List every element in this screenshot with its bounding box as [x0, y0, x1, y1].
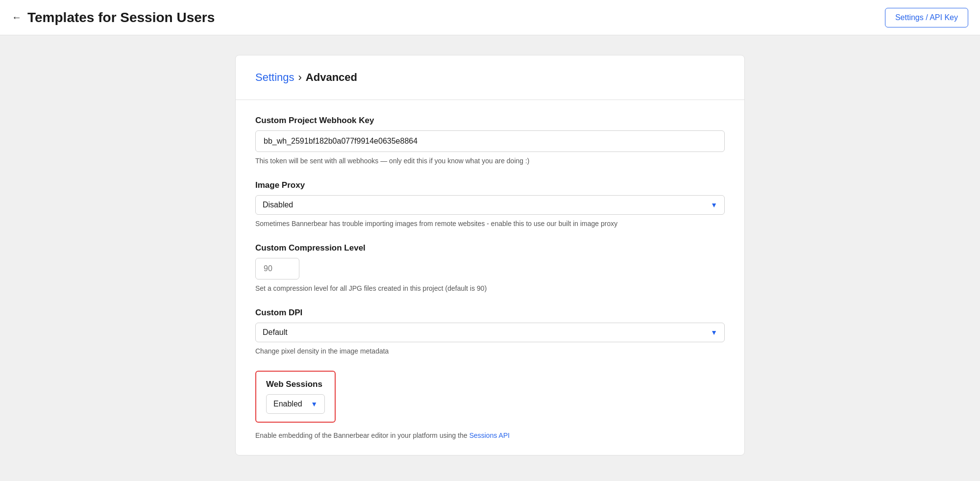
settings-card: Settings › Advanced Custom Project Webho…: [235, 55, 745, 456]
compression-level-section: Custom Compression Level Set a compressi…: [255, 243, 725, 292]
chevron-down-icon: ▼: [710, 329, 717, 336]
custom-dpi-label: Custom DPI: [255, 308, 725, 318]
main-content: Settings › Advanced Custom Project Webho…: [0, 35, 980, 475]
card-body: Custom Project Webhook Key This token wi…: [236, 100, 744, 455]
compression-level-hint: Set a compression level for all JPG file…: [255, 284, 725, 292]
web-sessions-section: Web Sessions Enabled ▼ Enable embedding …: [255, 371, 725, 439]
back-arrow-icon[interactable]: ←: [12, 12, 22, 23]
webhook-key-label: Custom Project Webhook Key: [255, 116, 725, 126]
header-left: ← Templates for Session Users: [12, 10, 215, 25]
custom-dpi-select[interactable]: Default ▼: [255, 323, 725, 342]
breadcrumb-settings-link[interactable]: Settings: [255, 71, 294, 84]
image-proxy-value: Disabled: [263, 201, 293, 209]
breadcrumb: Settings › Advanced: [255, 71, 725, 84]
web-sessions-highlighted: Web Sessions Enabled ▼: [255, 371, 336, 423]
chevron-down-icon: ▼: [311, 400, 318, 408]
image-proxy-select[interactable]: Disabled ▼: [255, 195, 725, 215]
web-sessions-value: Enabled: [273, 400, 302, 408]
web-sessions-hint: Enable embedding of the Bannerbear edito…: [255, 431, 725, 439]
web-sessions-label: Web Sessions: [266, 380, 325, 389]
webhook-key-section: Custom Project Webhook Key This token wi…: [255, 116, 725, 165]
custom-dpi-value: Default: [263, 328, 288, 337]
custom-dpi-hint: Change pixel density in the image metada…: [255, 347, 725, 355]
settings-api-button[interactable]: Settings / API Key: [885, 8, 968, 27]
custom-dpi-section: Custom DPI Default ▼ Change pixel densit…: [255, 308, 725, 355]
page-title: Templates for Session Users: [27, 10, 215, 25]
image-proxy-label: Image Proxy: [255, 180, 725, 190]
breadcrumb-separator: ›: [298, 71, 302, 84]
webhook-key-hint: This token will be sent with all webhook…: [255, 157, 725, 165]
compression-level-label: Custom Compression Level: [255, 243, 725, 253]
chevron-down-icon: ▼: [710, 201, 717, 209]
web-sessions-select[interactable]: Enabled ▼: [266, 394, 325, 414]
sessions-api-link[interactable]: Sessions API: [469, 431, 510, 439]
image-proxy-hint: Sometimes Bannerbear has trouble importi…: [255, 220, 725, 228]
header: ← Templates for Session Users Settings /…: [0, 0, 980, 35]
breadcrumb-current: Advanced: [306, 71, 357, 84]
image-proxy-section: Image Proxy Disabled ▼ Sometimes Bannerb…: [255, 180, 725, 228]
card-header: Settings › Advanced: [236, 55, 744, 100]
web-sessions-hint-prefix: Enable embedding of the Bannerbear edito…: [255, 431, 469, 439]
compression-level-input[interactable]: [255, 258, 299, 279]
webhook-key-input[interactable]: [255, 130, 725, 152]
